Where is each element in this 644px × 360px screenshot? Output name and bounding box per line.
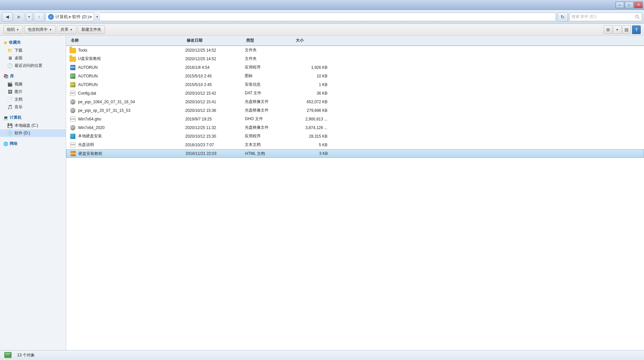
new-folder-label: 新建文件夹 xyxy=(81,27,101,32)
table-row[interactable]: TXT 光盘说明 2016/10/23 7:07 文本文档 5 KB xyxy=(66,141,644,149)
file-name: Win7x64.gho xyxy=(78,117,101,121)
organize-button[interactable]: 组织 ▼ xyxy=(3,25,23,34)
table-row[interactable]: EXE AUTORUN 2016/1/8 4:54 应用程序 1,926 KB xyxy=(66,63,644,72)
file-size: 3,874,126 ... xyxy=(294,125,334,130)
file-name: U盘安装教程 xyxy=(78,56,101,62)
sidebar-item-video[interactable]: 🎬 视频 xyxy=(0,80,66,88)
file-date: 2016/11/21 22:03 xyxy=(186,151,245,156)
sidebar-item-drive-c[interactable]: 💾 本地磁盘 (C:) xyxy=(0,122,66,129)
status-bar: 13 个对象 xyxy=(0,350,644,360)
file-size: 652,072 KB xyxy=(294,100,334,104)
sidebar-item-picture[interactable]: 🖼 图片 xyxy=(0,88,66,96)
drive-d-icon: 💿 xyxy=(7,131,13,136)
file-type: 文件夹 xyxy=(245,47,294,53)
share-button[interactable]: 共享 ▼ xyxy=(57,25,76,34)
sidebar-favorites-label: 收藏夹 xyxy=(9,40,21,45)
sidebar-item-music-label: 音乐 xyxy=(15,104,22,110)
sidebar-item-drive-d[interactable]: 💿 软件 (D:) xyxy=(0,129,66,137)
computer-icon: 💻 xyxy=(3,115,8,120)
file-type: 安装信息 xyxy=(245,82,294,87)
drive-c-icon: 💾 xyxy=(7,123,13,128)
refresh-button[interactable]: ↻ xyxy=(557,12,568,22)
table-row[interactable]: ICO AUTORUN 2015/5/10 2:45 图标 10 KB xyxy=(66,72,644,80)
file-size: 2,900,813 ... xyxy=(294,117,334,121)
table-row[interactable]: U盘安装教程 2020/12/25 14:52 文件夹 xyxy=(66,55,644,63)
file-name-cell: INF AUTORUN xyxy=(69,81,185,88)
help-button[interactable]: ? xyxy=(632,25,641,34)
view-toggle-button[interactable]: ⊞ xyxy=(604,25,612,34)
col-name[interactable]: 名称 xyxy=(69,37,185,44)
maximize-button[interactable]: □ xyxy=(625,2,633,8)
minimize-button[interactable]: ─ xyxy=(616,2,624,8)
file-name: Config.dat xyxy=(78,91,96,96)
sidebar-item-recent[interactable]: 🕐 最近访问的位置 xyxy=(0,62,66,69)
file-type: GHO 文件 xyxy=(245,116,294,122)
table-row[interactable]: ISO pe_yqs_1064_20_07_31_16_04 2020/10/1… xyxy=(66,98,644,106)
breadcrumb: 计算机 ▶ 软件 (D:) ▶ xyxy=(55,14,92,20)
col-size[interactable]: 大小 xyxy=(294,37,334,44)
breadcrumb-separator: ▶ xyxy=(69,15,71,19)
table-row[interactable]: Tools 2020/12/25 14:52 文件夹 xyxy=(66,46,644,55)
view-buttons: ⊞ ▼ ▤ xyxy=(604,25,631,34)
file-size: 1,926 KB xyxy=(294,65,334,70)
table-row[interactable]: INF AUTORUN 2015/5/10 2:45 安装信息 1 KB xyxy=(66,80,644,89)
star-icon: ★ xyxy=(3,40,8,45)
library-icon: 📚 xyxy=(3,74,9,79)
sidebar-section-library: 📚 库 🎬 视频 🖼 图片 📄 文档 🎵 音乐 xyxy=(0,72,66,111)
breadcrumb-end-arrow: ▶ xyxy=(90,15,92,19)
sidebar-library-header[interactable]: 📚 库 xyxy=(0,72,66,80)
file-name: AUTORUN xyxy=(78,82,98,87)
table-row[interactable]: ISO pe_yqs_xp_20_07_31_15_53 2020/10/12 … xyxy=(66,106,644,115)
up-button[interactable]: ↑ xyxy=(34,12,44,22)
sidebar-item-drive-c-label: 本地磁盘 (C:) xyxy=(15,123,38,128)
file-name-cell: HTM 硬盘安装教程 xyxy=(70,150,186,157)
view-dropdown-button[interactable]: ▼ xyxy=(613,25,622,34)
file-icon: ISO xyxy=(69,107,76,114)
file-date: 2015/5/10 2:45 xyxy=(185,74,245,78)
close-button[interactable]: ✕ xyxy=(634,2,643,8)
forward-button[interactable]: ▶ xyxy=(14,12,24,22)
table-row[interactable]: DAT Config.dat 2020/10/12 15:42 DAT 文件 3… xyxy=(66,89,644,98)
file-type: 文本文档 xyxy=(245,142,294,148)
sidebar-computer-header[interactable]: 💻 计算机 xyxy=(0,113,66,122)
sidebar-item-desktop[interactable]: 🖥 桌面 xyxy=(0,54,66,62)
file-name: AUTORUN xyxy=(78,65,98,70)
breadcrumb-drive[interactable]: 软件 (D:) xyxy=(72,14,89,20)
col-type[interactable]: 类型 xyxy=(245,37,294,44)
sidebar: ★ 收藏夹 📁 下载 🖥 桌面 🕐 最近访问的位置 📚 库 xyxy=(0,36,66,350)
sidebar-item-drive-d-label: 软件 (D:) xyxy=(15,130,30,136)
table-row[interactable]: ISO Win7x64_2020 2020/12/25 11:32 光盘映像文件… xyxy=(66,123,644,132)
preview-pane-button[interactable]: ▤ xyxy=(622,25,631,34)
sidebar-favorites-header[interactable]: ★ 收藏夹 xyxy=(0,38,66,47)
address-dropdown-button[interactable]: ▼ xyxy=(94,13,100,21)
file-name-cell: ICO AUTORUN xyxy=(69,73,185,79)
table-row[interactable]: GHO Win7x64.gho 2019/9/7 19:25 GHO 文件 2,… xyxy=(66,115,644,123)
music-icon: 🎵 xyxy=(7,105,13,110)
new-folder-button[interactable]: 新建文件夹 xyxy=(78,25,105,34)
table-row[interactable]: ↓ 本地硬盘安装 2020/10/12 15:30 应用程序 28,315 KB xyxy=(66,132,644,141)
file-type: 应用程序 xyxy=(245,65,294,70)
sidebar-network-header[interactable]: 🌐 网络 xyxy=(0,140,66,148)
sidebar-item-document-label: 文档 xyxy=(15,97,22,102)
table-row[interactable]: HTM 硬盘安装教程 2016/11/21 22:03 HTML 文档 3 KB xyxy=(66,149,644,158)
include-library-button[interactable]: 包含到库中 ▼ xyxy=(24,25,56,34)
sidebar-item-music[interactable]: 🎵 音乐 xyxy=(0,103,66,111)
file-icon xyxy=(69,47,76,54)
search-box[interactable]: 搜索 软件 (D:) xyxy=(569,13,642,21)
file-type: DAT 文件 xyxy=(245,90,294,96)
sidebar-item-document[interactable]: 📄 文档 xyxy=(0,96,66,103)
dropdown-history-button[interactable]: ▼ xyxy=(26,12,32,22)
file-name-cell: TXT 光盘说明 xyxy=(69,142,185,148)
sidebar-item-download[interactable]: 📁 下载 xyxy=(0,47,66,54)
col-date[interactable]: 修改日期 xyxy=(185,37,245,44)
file-icon: ↓ xyxy=(69,133,76,140)
breadcrumb-computer[interactable]: 计算机 xyxy=(55,14,68,20)
nav-bar: ◀ ▶ ▼ ↑ C 计算机 ▶ 软件 (D:) ▶ ▼ ↻ 搜索 软件 (D:) xyxy=(0,10,644,24)
file-icon: ISO xyxy=(69,124,76,131)
svg-rect-6 xyxy=(5,354,9,355)
desktop-icon: 🖥 xyxy=(7,56,13,61)
organize-dropdown-icon: ▼ xyxy=(16,28,19,31)
back-button[interactable]: ◀ xyxy=(2,12,13,22)
file-icon: ICO xyxy=(69,73,76,79)
share-label: 共享 xyxy=(61,27,68,32)
